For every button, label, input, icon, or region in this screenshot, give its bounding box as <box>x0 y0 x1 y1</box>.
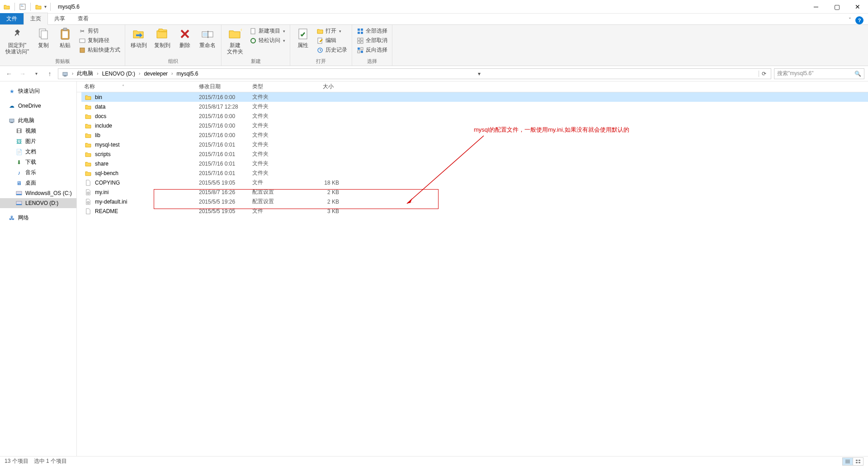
file-row[interactable]: docs2015/7/16 0:00文件夹 <box>81 111 868 121</box>
star-icon: ★ <box>8 88 15 95</box>
sidebar-win8[interactable]: Windows8_OS (C:) <box>0 188 76 198</box>
ribbon-collapse-icon[interactable]: ˇ <box>849 17 851 24</box>
desktop-icon: 🖥 <box>15 180 23 187</box>
delete-button[interactable]: 删除 <box>175 26 195 49</box>
file-row[interactable]: mysql-test2015/7/16 0:01文件夹 <box>81 140 868 149</box>
window-title: mysql5.6 <box>58 4 80 10</box>
recent-dropdown[interactable]: ▾ <box>31 68 42 79</box>
file-row[interactable]: COPYING2015/5/5 19:05文件18 KB <box>81 178 868 187</box>
addr-root-icon[interactable] <box>60 70 70 78</box>
sidebar-quickaccess[interactable]: ★快速访问 <box>0 86 76 96</box>
address-bar[interactable]: › 此电脑 › LENOVO (D:) › develeper › mysql5… <box>58 68 771 79</box>
file-row[interactable]: data2015/8/17 12:28文件夹 <box>81 102 868 111</box>
view-largeicons-button[interactable] <box>853 457 863 466</box>
tab-share[interactable]: 共享 <box>48 13 71 24</box>
svg-rect-20 <box>358 32 360 34</box>
folder-icon <box>84 113 92 120</box>
help-icon[interactable]: ? <box>855 16 863 24</box>
selectall-button[interactable]: 全部选择 <box>355 27 389 35</box>
sidebar-thispc[interactable]: 此电脑 <box>0 115 76 126</box>
svg-rect-25 <box>361 41 363 43</box>
sidebar-onedrive[interactable]: ☁OneDrive <box>0 101 76 111</box>
tab-home[interactable]: 主页 <box>24 13 48 25</box>
pasteshortcut-button[interactable]: 粘贴快捷方式 <box>77 46 122 54</box>
newfolder-button[interactable]: 新建 文件夹 <box>224 26 246 56</box>
svg-rect-21 <box>361 32 363 34</box>
close-button[interactable]: ✕ <box>847 0 868 14</box>
file-date: 2015/7/16 0:01 <box>199 142 252 148</box>
file-name: bin <box>95 94 199 100</box>
sidebar-documents[interactable]: 📄文档 <box>0 147 76 157</box>
file-row[interactable]: my.ini2015/8/7 16:26配置设置2 KB <box>81 187 868 197</box>
sidebar-videos[interactable]: 🎞视频 <box>0 126 76 136</box>
refresh-button[interactable]: ⟳ <box>759 71 769 77</box>
up-button[interactable]: ↑ <box>44 68 55 79</box>
svg-rect-32 <box>9 119 14 122</box>
breadcrumb-seg[interactable]: LENOVO (D:) <box>100 70 137 78</box>
cut-button[interactable]: ✂剪切 <box>77 27 122 35</box>
cloud-icon: ☁ <box>8 102 15 109</box>
sidebar-desktop[interactable]: 🖥桌面 <box>0 178 76 188</box>
sidebar: ★快速访问 ☁OneDrive 此电脑 🎞视频 🖼图片 📄文档 ⬇下载 ♪音乐 … <box>0 81 77 456</box>
chevron-right-icon[interactable]: › <box>96 71 99 76</box>
history-button[interactable]: 历史记录 <box>315 46 349 54</box>
back-button[interactable]: ← <box>4 68 14 79</box>
breadcrumb-seg[interactable]: mysql5.6 <box>175 70 200 78</box>
sidebar-downloads[interactable]: ⬇下载 <box>0 157 76 167</box>
file-row[interactable]: share2015/7/16 0:01文件夹 <box>81 159 868 168</box>
sidebar-pictures[interactable]: 🖼图片 <box>0 136 76 147</box>
selectnone-button[interactable]: 全部取消 <box>355 36 389 45</box>
file-row[interactable]: scripts2015/7/16 0:01文件夹 <box>81 149 868 159</box>
svg-rect-28 <box>358 51 360 53</box>
col-date[interactable]: 修改日期 <box>196 83 250 90</box>
selectnone-icon <box>357 37 364 44</box>
file-type: 文件夹 <box>252 160 303 167</box>
properties-button[interactable]: 属性 <box>293 26 313 49</box>
ribbon-group-clipboard: 固定到" 快速访问" 复制 粘贴 ✂剪切 复制路径 粘贴快捷方式 剪贴板 <box>0 25 125 66</box>
sidebar-network[interactable]: 🖧网络 <box>0 213 76 223</box>
file-row[interactable]: sql-bench2015/7/16 0:01文件夹 <box>81 168 868 178</box>
invert-button[interactable]: 反向选择 <box>355 46 389 54</box>
svg-point-41 <box>88 202 89 203</box>
pin-quickaccess-button[interactable]: 固定到" 快速访问" <box>3 26 32 56</box>
paste-button[interactable]: 粘贴 <box>55 26 75 49</box>
breadcrumb-seg[interactable]: develeper <box>142 70 170 78</box>
chevron-right-icon[interactable]: › <box>71 71 74 76</box>
file-row[interactable]: my-default.ini2015/5/5 19:26配置设置2 KB <box>81 197 868 206</box>
newitem-button[interactable]: 新建项目▾ <box>248 27 287 35</box>
svg-rect-31 <box>64 76 66 76</box>
file-row[interactable]: bin2015/7/16 0:00文件夹 <box>81 92 868 102</box>
file-name: scripts <box>95 151 199 157</box>
qat-properties-icon[interactable] <box>19 3 27 11</box>
group-label: 选择 <box>355 57 389 66</box>
qat-dropdown-icon[interactable]: ▾ <box>44 4 47 9</box>
view-details-button[interactable] <box>842 457 853 466</box>
file-type: 配置设置 <box>252 188 303 196</box>
addr-dropdown[interactable]: ▾ <box>475 71 483 77</box>
copypath-button[interactable]: 复制路径 <box>77 36 122 45</box>
col-name[interactable]: 名称˄ <box>81 83 196 90</box>
col-size[interactable]: 大小 <box>300 83 336 90</box>
easyaccess-button[interactable]: 轻松访问▾ <box>248 36 287 45</box>
file-row[interactable]: README2015/5/5 19:05文件3 KB <box>81 206 868 216</box>
moveto-button[interactable]: 移动到 <box>128 26 150 49</box>
copyto-button[interactable]: 复制到 <box>151 26 173 49</box>
maximize-button[interactable]: ▢ <box>826 0 847 14</box>
open-button[interactable]: 打开▾ <box>315 27 349 35</box>
copy-button[interactable]: 复制 <box>33 26 53 49</box>
tab-view[interactable]: 查看 <box>71 13 95 24</box>
search-icon[interactable]: 🔍 <box>854 71 861 77</box>
minimize-button[interactable]: ─ <box>806 0 826 14</box>
search-input[interactable]: 搜索"mysql5.6" 🔍 <box>774 68 864 79</box>
sidebar-lenovo[interactable]: LENOVO (D:) <box>0 198 76 208</box>
chevron-right-icon[interactable]: › <box>138 71 141 76</box>
edit-button[interactable]: 编辑 <box>315 36 349 45</box>
group-label: 剪贴板 <box>3 57 122 66</box>
chevron-right-icon[interactable]: › <box>170 71 174 76</box>
col-type[interactable]: 类型 <box>250 83 300 90</box>
tab-file[interactable]: 文件 <box>0 13 24 24</box>
rename-button[interactable]: 重命名 <box>197 26 218 49</box>
sidebar-music[interactable]: ♪音乐 <box>0 167 76 178</box>
breadcrumb-seg[interactable]: 此电脑 <box>75 69 95 78</box>
forward-button[interactable]: → <box>17 68 28 79</box>
